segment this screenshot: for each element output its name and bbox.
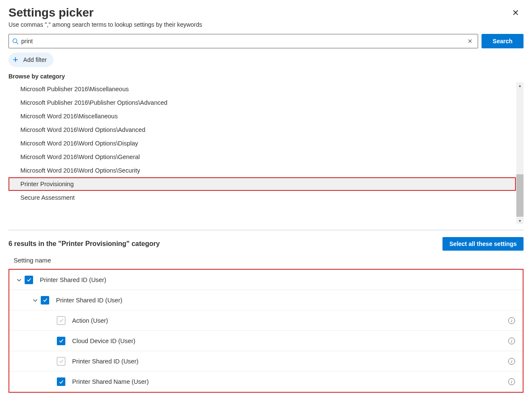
category-item[interactable]: Microsoft Word 2016\Word Options\Advance… — [8, 123, 516, 137]
info-icon[interactable]: i — [508, 358, 515, 365]
divider — [8, 230, 524, 230]
browse-by-category-label: Browse by category — [8, 73, 524, 80]
category-item[interactable]: Microsoft Word 2016\Word Options\Display — [8, 137, 516, 150]
checkbox[interactable] — [57, 357, 65, 366]
setting-row-cloud-device-id[interactable]: Cloud Device ID (User) i — [9, 331, 523, 351]
scroll-up-icon[interactable]: ▴ — [519, 82, 521, 89]
setting-name: Printer Shared ID (User) — [56, 297, 515, 304]
search-icon — [12, 38, 19, 45]
category-item[interactable]: Microsoft Word 2016\Word Options\Securit… — [8, 164, 516, 177]
results-summary: 6 results in the "Printer Provisioning" … — [8, 240, 160, 248]
scroll-down-icon[interactable]: ▾ — [519, 218, 521, 224]
category-item[interactable]: Microsoft Publisher 2016\Miscellaneous — [8, 82, 516, 96]
page-subtitle: Use commas "," among search terms to loo… — [8, 21, 202, 28]
setting-row-printer-shared-id-child[interactable]: Printer Shared ID (User) i — [9, 351, 523, 372]
close-icon[interactable]: ✕ — [508, 6, 524, 20]
chevron-down-icon[interactable] — [14, 277, 25, 283]
setting-name: Cloud Device ID (User) — [72, 338, 508, 344]
svg-point-0 — [13, 39, 17, 42]
category-list: Microsoft Publisher 2016\Miscellaneous M… — [8, 82, 516, 224]
setting-row-action[interactable]: Action (User) i — [9, 310, 523, 331]
category-item[interactable]: Microsoft Word 2016\Miscellaneous — [8, 109, 516, 123]
select-all-button[interactable]: Select all these settings — [442, 237, 524, 251]
plus-icon: + — [13, 55, 18, 64]
setting-row-printer-shared-name[interactable]: Printer Shared Name (User) i — [9, 372, 523, 392]
svg-line-1 — [17, 42, 18, 44]
setting-name: Printer Shared ID (User) — [40, 277, 515, 283]
category-item-printer-provisioning[interactable]: Printer Provisioning — [8, 177, 516, 191]
search-input[interactable] — [21, 35, 466, 47]
page-title: Settings picker — [8, 6, 202, 20]
setting-row-printer-shared-id-nested[interactable]: Printer Shared ID (User) — [9, 290, 523, 310]
results-list: Printer Shared ID (User) Printer Shared … — [8, 269, 524, 393]
category-item[interactable]: Secure Assessment — [8, 191, 516, 204]
add-filter-label: Add filter — [23, 56, 47, 63]
checkbox[interactable] — [25, 276, 33, 284]
checkbox[interactable] — [57, 377, 65, 386]
add-filter-button[interactable]: + Add filter — [8, 53, 53, 67]
setting-name: Printer Shared Name (User) — [72, 378, 508, 385]
column-header-setting-name: Setting name — [8, 257, 524, 269]
setting-name: Printer Shared ID (User) — [72, 358, 508, 365]
search-box[interactable]: ✕ — [8, 34, 478, 48]
info-icon[interactable]: i — [508, 338, 515, 344]
scroll-thumb[interactable] — [516, 174, 524, 217]
clear-search-icon[interactable]: ✕ — [466, 38, 474, 45]
chevron-down-icon[interactable] — [30, 297, 41, 303]
category-item[interactable]: Microsoft Publisher 2016\Publisher Optio… — [8, 96, 516, 109]
scrollbar[interactable]: ▴ ▾ — [516, 82, 524, 224]
checkbox[interactable] — [57, 337, 65, 345]
search-button[interactable]: Search — [482, 34, 524, 48]
category-item[interactable]: Microsoft Word 2016\Word Options\General — [8, 150, 516, 164]
setting-row-printer-shared-id[interactable]: Printer Shared ID (User) — [9, 270, 523, 290]
checkbox[interactable] — [57, 316, 65, 325]
checkbox[interactable] — [41, 296, 49, 304]
setting-name: Action (User) — [72, 317, 508, 324]
info-icon[interactable]: i — [508, 317, 515, 324]
info-icon[interactable]: i — [508, 378, 515, 385]
